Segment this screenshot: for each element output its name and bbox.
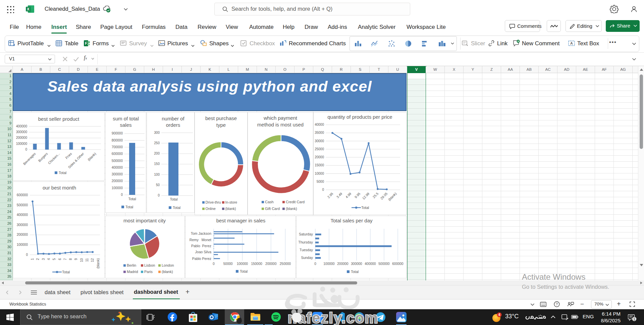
svg-text:Total: Total — [173, 206, 180, 210]
svg-text:12: 12 — [91, 258, 94, 262]
svg-text:1: 1 — [633, 317, 635, 321]
svg-text:best seller product: best seller product — [38, 116, 79, 122]
svg-text:700000: 700000 — [112, 145, 123, 149]
svg-text:Pablo Perez: Pablo Perez — [192, 257, 211, 261]
svg-text:500000: 500000 — [17, 203, 28, 207]
svg-text:Total: Total — [59, 171, 66, 175]
svg-text:200000: 200000 — [337, 262, 348, 266]
svg-text:which payment: which payment — [263, 115, 298, 121]
svg-text:7: 7 — [63, 258, 67, 260]
svg-text:800000: 800000 — [112, 139, 123, 142]
svg-text:15000: 15000 — [315, 163, 324, 167]
svg-text:(blank): (blank) — [87, 152, 97, 162]
svg-text:200000: 200000 — [16, 136, 28, 140]
svg-text:(blank): (blank) — [286, 207, 297, 211]
svg-text:600000: 600000 — [392, 262, 404, 266]
svg-text:100000: 100000 — [16, 142, 28, 146]
svg-text:Tuesday: Tuesday — [300, 248, 313, 252]
svg-text:150: 150 — [154, 162, 160, 166]
svg-text:Chicken...: Chicken... — [47, 152, 60, 165]
svg-text:25000: 25000 — [315, 147, 324, 151]
svg-text:Cash: Cash — [265, 200, 274, 204]
svg-text:4: 4 — [498, 313, 500, 317]
svg-text:Lisbon: Lisbon — [144, 263, 155, 267]
svg-text:4: 4 — [47, 258, 51, 260]
svg-text:Beverages: Beverages — [22, 152, 37, 166]
svg-text:30000: 30000 — [315, 139, 324, 143]
svg-text:500000: 500000 — [112, 159, 123, 163]
svg-text:most important city: most important city — [123, 218, 166, 223]
svg-text:(blank): (blank) — [225, 207, 236, 211]
svg-text:Drive-thru: Drive-thru — [206, 200, 221, 204]
svg-text:Remy Monet: Remy Monet — [190, 238, 211, 242]
svg-text:5000: 5000 — [317, 180, 324, 183]
svg-text:250000: 250000 — [280, 262, 291, 266]
svg-text:number of: number of — [162, 116, 184, 121]
svg-text:4.99: 4.99 — [345, 192, 352, 199]
svg-text:Sunday: Sunday — [301, 256, 313, 260]
svg-text:X: X — [27, 7, 30, 11]
svg-text:Saturday: Saturday — [299, 232, 313, 236]
svg-text:Pablo Perez: Pablo Perez — [191, 244, 211, 248]
svg-text:orders: orders — [166, 122, 180, 128]
svg-text:Total: Total — [128, 197, 136, 201]
svg-text:sum of total: sum of total — [113, 116, 139, 121]
svg-text:200000: 200000 — [265, 262, 277, 266]
svg-text:100: 100 — [154, 173, 160, 176]
svg-text:London: London — [162, 263, 174, 267]
svg-text:sales: sales — [120, 122, 131, 128]
svg-text:Credit Card: Credit Card — [286, 200, 305, 204]
svg-text:9.95: 9.95 — [354, 192, 361, 199]
svg-text:25.5: 25.5 — [372, 192, 379, 199]
svg-text:F: F — [85, 41, 87, 45]
svg-text:Total: Total — [170, 197, 177, 201]
svg-text:Total: Total — [62, 270, 70, 274]
svg-text:0: 0 — [26, 253, 28, 257]
svg-text:Tom Jackson: Tom Jackson — [191, 231, 211, 235]
svg-text:100000: 100000 — [17, 243, 28, 247]
svg-text:method is most used: method is most used — [257, 122, 304, 127]
svg-text:0: 0 — [158, 194, 160, 197]
svg-text:3: 3 — [42, 258, 45, 260]
svg-text:35000: 35000 — [315, 131, 324, 134]
svg-text:Total: Total — [240, 269, 248, 273]
svg-text:best manager in sales: best manager in sales — [216, 218, 266, 223]
svg-text:In-store: In-store — [225, 200, 237, 204]
svg-text:0: 0 — [121, 193, 123, 197]
svg-text:150000: 150000 — [251, 262, 262, 266]
svg-text:Madrid: Madrid — [127, 270, 138, 274]
svg-text:0: 0 — [322, 188, 324, 192]
svg-text:400000: 400000 — [365, 262, 376, 266]
svg-text:quantity of products per price: quantity of products per price — [327, 114, 392, 120]
svg-text:1: 1 — [31, 258, 34, 260]
svg-text:12.99: 12.99 — [362, 192, 370, 200]
svg-text:best purchase: best purchase — [205, 115, 237, 121]
svg-text:10: 10 — [80, 258, 84, 262]
svg-text:our best month: our best month — [43, 185, 76, 191]
svg-text:200: 200 — [154, 152, 160, 155]
svg-text:50: 50 — [156, 183, 160, 187]
svg-text:Total: Total — [351, 270, 359, 274]
svg-text:300000: 300000 — [112, 172, 123, 176]
svg-text:(blank): (blank) — [387, 192, 397, 202]
svg-text:0: 0 — [314, 262, 316, 266]
svg-text:A: A — [570, 41, 573, 45]
svg-text:(blank): (blank) — [96, 258, 100, 269]
svg-text:Burgers: Burgers — [38, 152, 49, 163]
svg-text:Paris: Paris — [144, 270, 153, 274]
svg-text:400000: 400000 — [112, 166, 123, 169]
svg-text:300000: 300000 — [351, 262, 362, 266]
svg-text:100000: 100000 — [237, 262, 248, 266]
svg-text:2.95: 2.95 — [327, 192, 334, 199]
svg-text:10000: 10000 — [315, 172, 324, 175]
svg-text:Total: Total — [125, 205, 133, 209]
svg-text:?: ? — [556, 302, 558, 306]
svg-text:50000: 50000 — [223, 262, 233, 266]
svg-text:0: 0 — [25, 148, 27, 151]
svg-text:600000: 600000 — [17, 193, 28, 197]
svg-text:type: type — [216, 122, 226, 128]
svg-text:6: 6 — [58, 258, 62, 260]
svg-text:100000: 100000 — [112, 186, 123, 190]
svg-text:11: 11 — [85, 258, 89, 262]
svg-text:20000: 20000 — [315, 155, 324, 159]
